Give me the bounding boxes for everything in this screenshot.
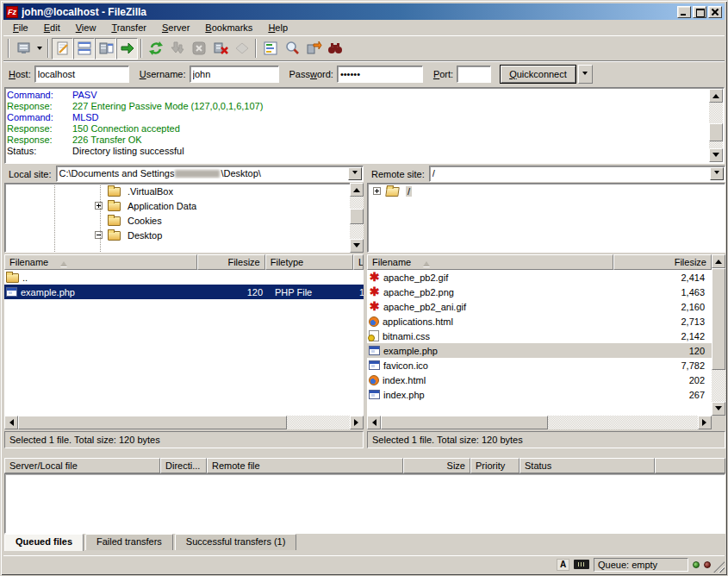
tree-item-desktop[interactable]: Desktop	[5, 228, 363, 242]
filter-icon	[262, 40, 279, 57]
menu-file[interactable]: File	[5, 21, 36, 34]
scroll-down-button[interactable]	[712, 402, 725, 416]
username-input[interactable]	[190, 66, 279, 83]
find-files-button[interactable]	[324, 38, 345, 59]
column-filesize[interactable]: Filesize	[197, 254, 265, 270]
menu-edit[interactable]: Edit	[36, 21, 68, 34]
tree-item-cookies[interactable]: Cookies	[5, 213, 363, 228]
local-horizontal-scrollbar[interactable]	[4, 416, 364, 429]
scroll-right-button[interactable]	[698, 416, 712, 429]
column-direction[interactable]: Directi...	[160, 458, 207, 473]
process-queue-button[interactable]	[166, 38, 188, 59]
column-last-modified[interactable]: L	[353, 254, 364, 270]
quickconnect-dropdown[interactable]	[578, 65, 593, 84]
tree-item-virtualbox[interactable]: .VirtualBox	[5, 184, 363, 198]
toggle-transfer-queue-button[interactable]	[116, 38, 138, 59]
column-server-local-file[interactable]: Server/Local file	[4, 458, 160, 473]
tab-failed-transfers[interactable]: Failed transfers	[85, 534, 173, 550]
expand-plus-icon[interactable]	[373, 187, 381, 195]
scrollbar-thumb[interactable]	[381, 416, 548, 429]
column-size[interactable]: Size	[403, 458, 470, 473]
queue-list[interactable]	[4, 473, 725, 534]
minimize-button[interactable]	[677, 6, 691, 18]
tree-item-application-data[interactable]: Application Data	[5, 198, 363, 213]
scroll-up-button[interactable]	[709, 89, 723, 103]
username-label: Username:	[140, 69, 186, 79]
menu-view[interactable]: View	[68, 21, 104, 34]
scrollbar-thumb[interactable]	[709, 123, 723, 141]
tab-queued-files[interactable]: Queued files	[4, 534, 84, 551]
toggle-message-log-button[interactable]	[52, 38, 73, 59]
scrollbar-thumb[interactable]	[18, 416, 287, 429]
remote-horizontal-scrollbar[interactable]	[367, 416, 712, 429]
file-row-example-php[interactable]: example.php 120 PHP File 1	[4, 285, 364, 299]
filter-button[interactable]	[259, 38, 281, 59]
local-path: C:\Documents and Settings\Desktop\	[59, 168, 345, 178]
menu-bookmarks[interactable]: Bookmarks	[197, 21, 260, 34]
collapse-minus-icon[interactable]	[95, 231, 103, 239]
transfer-type-icon[interactable]: A	[557, 559, 569, 571]
scroll-left-button[interactable]	[4, 416, 18, 429]
disconnect-button[interactable]	[209, 38, 231, 59]
site-manager-button[interactable]	[12, 38, 34, 59]
file-row[interactable]: index.php267	[367, 387, 712, 402]
file-row[interactable]: ✱apache_pb2_ani.gif2,160	[367, 299, 712, 314]
refresh-button[interactable]	[145, 38, 166, 59]
menu-help[interactable]: Help	[260, 21, 296, 34]
menu-transfer[interactable]: Transfer	[103, 21, 154, 34]
redacted-username	[175, 170, 220, 178]
file-row[interactable]: ✱apache_pb2.png1,463	[367, 285, 712, 299]
menu-server[interactable]: Server	[154, 21, 197, 34]
toggle-remote-tree-button[interactable]	[95, 38, 116, 59]
window-title: john@localhost - FileZilla	[22, 6, 677, 18]
toggle-local-tree-button[interactable]	[73, 38, 95, 59]
file-row[interactable]: applications.html2,713	[367, 314, 712, 329]
local-site-combobox[interactable]: C:\Documents and Settings\Desktop\	[56, 166, 364, 182]
close-button[interactable]	[708, 6, 722, 18]
password-input[interactable]	[337, 66, 423, 83]
file-row[interactable]: bitnami.css2,142	[367, 329, 712, 343]
port-label: Port:	[433, 69, 453, 79]
speed-limits-icon[interactable]	[574, 560, 589, 569]
local-tree-scrollbar[interactable]	[350, 183, 364, 253]
site-manager-dropdown[interactable]	[34, 38, 45, 59]
file-row[interactable]: ✱apache_pb2.gif2,414	[367, 270, 712, 285]
port-input[interactable]	[457, 66, 491, 83]
tree-item-root[interactable]: /	[368, 184, 725, 198]
title-bar[interactable]: Fz john@localhost - FileZilla	[3, 3, 725, 20]
column-status[interactable]: Status	[520, 458, 655, 473]
column-priority[interactable]: Priority	[470, 458, 520, 473]
remote-site-dropdown[interactable]	[710, 167, 724, 180]
synchronized-browsing-button[interactable]	[302, 38, 324, 59]
file-row-selected[interactable]: example.php120	[367, 343, 712, 358]
remote-vertical-scrollbar[interactable]	[712, 254, 725, 416]
file-row[interactable]: index.html202	[367, 373, 712, 387]
column-filesize[interactable]: Filesize	[613, 254, 712, 270]
file-row-parent-dir[interactable]: ..	[4, 270, 364, 285]
remote-site-combobox[interactable]: /	[429, 166, 725, 182]
reconnect-button[interactable]	[231, 38, 252, 59]
maximize-button[interactable]	[693, 6, 706, 18]
scroll-up-button[interactable]	[712, 254, 725, 268]
column-filename[interactable]: Filename	[4, 254, 197, 270]
column-filetype[interactable]: Filetype	[265, 254, 353, 270]
remote-list-columns: Filename Filesize	[367, 254, 712, 270]
scroll-down-button[interactable]	[709, 148, 723, 162]
cancel-operation-button[interactable]	[188, 38, 209, 59]
scrollbar-thumb[interactable]	[712, 268, 725, 370]
column-filename[interactable]: Filename	[367, 254, 613, 270]
directory-comparison-button[interactable]	[281, 38, 302, 59]
scroll-left-button[interactable]	[367, 416, 381, 429]
host-input[interactable]	[34, 66, 129, 83]
scroll-up-button[interactable]	[350, 183, 364, 197]
scroll-down-button[interactable]	[350, 239, 364, 253]
file-row[interactable]: favicon.ico7,782	[367, 358, 712, 373]
tab-successful-transfers[interactable]: Successful transfers (1)	[175, 534, 297, 550]
expand-plus-icon[interactable]	[95, 202, 103, 210]
quickconnect-button[interactable]: Quickconnect	[500, 65, 576, 84]
scroll-right-button[interactable]	[350, 416, 364, 429]
local-site-dropdown[interactable]	[348, 167, 362, 180]
column-remote-file[interactable]: Remote file	[207, 458, 403, 473]
log-scrollbar[interactable]	[709, 89, 723, 162]
scrollbar-thumb[interactable]	[350, 209, 364, 224]
